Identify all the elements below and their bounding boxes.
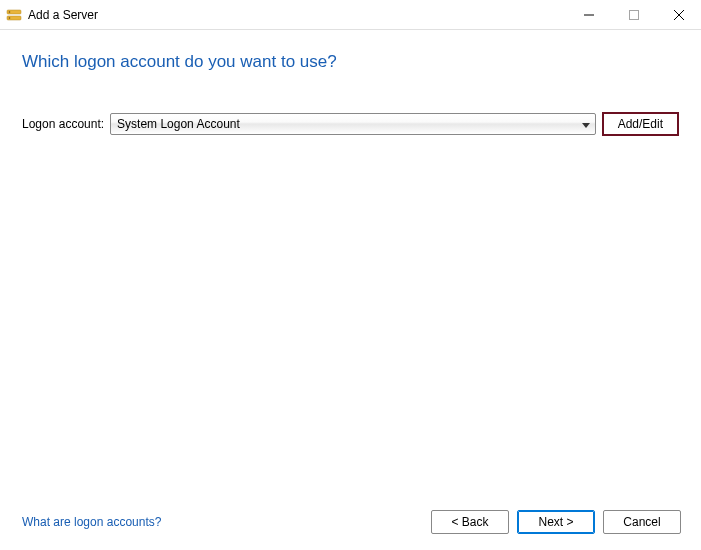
minimize-button[interactable] xyxy=(566,0,611,29)
maximize-button xyxy=(611,0,656,29)
window-title: Add a Server xyxy=(28,8,566,22)
cancel-button[interactable]: Cancel xyxy=(603,510,681,534)
svg-point-2 xyxy=(9,11,11,13)
add-edit-button[interactable]: Add/Edit xyxy=(602,112,679,136)
next-button[interactable]: Next > xyxy=(517,510,595,534)
logon-account-select[interactable]: System Logon Account xyxy=(110,113,596,135)
logon-account-label: Logon account: xyxy=(22,117,104,131)
logon-account-row: Logon account: System Logon Account Add/… xyxy=(22,112,679,136)
window-controls xyxy=(566,0,701,29)
svg-marker-8 xyxy=(582,123,590,128)
wizard-footer: What are logon accounts? < Back Next > C… xyxy=(0,496,701,550)
server-icon xyxy=(6,7,22,23)
content-area: Logon account: System Logon Account Add/… xyxy=(0,82,701,496)
page-title: Which logon account do you want to use? xyxy=(0,30,701,82)
svg-point-3 xyxy=(9,17,11,19)
svg-rect-5 xyxy=(629,10,638,19)
help-link[interactable]: What are logon accounts? xyxy=(22,515,423,529)
close-button[interactable] xyxy=(656,0,701,29)
titlebar: Add a Server xyxy=(0,0,701,30)
logon-account-value: System Logon Account xyxy=(117,117,240,131)
chevron-down-icon xyxy=(582,117,590,131)
back-button[interactable]: < Back xyxy=(431,510,509,534)
